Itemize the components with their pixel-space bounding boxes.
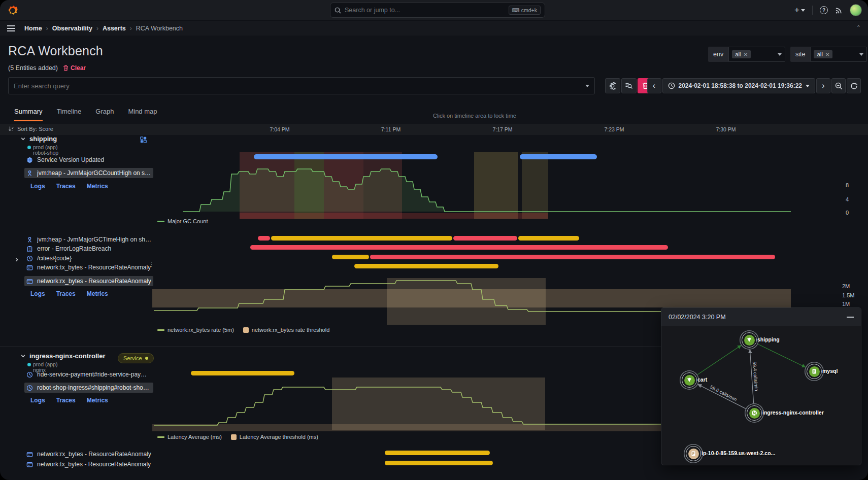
service-type-badge: Service: [118, 353, 154, 363]
assertion-bar-red[interactable]: [258, 236, 270, 241]
sidebar-item-label: network:rx_bytes - ResourceRateAnomaly: [37, 278, 151, 285]
legend-swatch: [157, 221, 164, 222]
latency-icon: [26, 255, 33, 262]
env-status-dot: [27, 146, 31, 149]
assertion-bar-yellow[interactable]: [271, 236, 452, 241]
metrics-link[interactable]: Metrics: [87, 397, 108, 404]
graph-node-ingress[interactable]: [747, 405, 762, 421]
edge-label: 59.4 calls/min: [752, 361, 759, 391]
legend-item[interactable]: Major GC Count: [157, 218, 208, 224]
sidebar-item[interactable]: jvm:heap - JvmMajorGCTimeHigh on shippin…: [24, 234, 153, 245]
entity-links-row: LogsTracesMetrics: [30, 290, 108, 297]
latency-icon: [26, 385, 33, 391]
sidebar-item-label: error - ErrorLogRateBreach: [37, 245, 111, 252]
expand-chevron-icon[interactable]: [14, 255, 19, 264]
latency-icon: [26, 371, 33, 378]
heap-icon: [26, 170, 33, 177]
graph-node-host[interactable]: [686, 446, 701, 461]
assertion-bar-yellow[interactable]: [518, 236, 579, 241]
sidebar-item[interactable]: error - ErrorLogRateBreach: [24, 244, 153, 254]
traces-link[interactable]: Traces: [56, 397, 76, 404]
sidebar-item-label: /cities/{code}: [37, 255, 72, 262]
graph-node-label: ip-10-0-85-159.us-west-2.co...: [702, 450, 775, 456]
sidebar-item[interactable]: network:rx_bytes - ResourceRateAnomaly: [24, 276, 153, 286]
change-event-bar[interactable]: [254, 154, 438, 159]
resource-icon: [26, 451, 33, 458]
sidebar-item-label: network:tx_bytes - ResourceRateAnomaly: [37, 461, 151, 468]
legend-item[interactable]: network:rx_bytes rate (5m): [157, 327, 234, 333]
legend-item[interactable]: Latency Average (ms): [157, 434, 222, 440]
sidebar-item-label: network:tx_bytes - ResourceRateAnomaly: [37, 264, 151, 271]
legend-item[interactable]: Latency Average threshold (ms): [231, 434, 318, 440]
legend-swatch: [243, 327, 249, 333]
legend-swatch: [157, 436, 164, 438]
resource-icon: [26, 278, 33, 285]
chart-legend: network:rx_bytes rate (5m)network:rx_byt…: [157, 327, 329, 333]
sidebar-item[interactable]: network:tx_bytes - ResourceRateAnomaly: [24, 459, 153, 469]
graph-node-shipping[interactable]: [742, 332, 757, 348]
globe-icon: [26, 157, 33, 163]
sidebar-item-label: ride-service-payment#ride-service-paymen…: [37, 371, 151, 378]
legend-swatch: [157, 329, 164, 331]
sidebar-item-label: Service Version Updated: [37, 156, 104, 163]
sidebar-item[interactable]: ride-service-payment#ride-service-paymen…: [24, 369, 153, 380]
graph-node-label: cart: [697, 376, 707, 383]
sidebar-item[interactable]: network:tx_bytes - ResourceRateAnomaly: [24, 262, 153, 272]
entity-name: ingress-nginx-controller: [29, 352, 106, 360]
legend-item[interactable]: network:rx_bytes rate threshold: [243, 327, 329, 333]
sidebar-item[interactable]: robot-shop-ingress#shipping#robot-shop -…: [24, 383, 153, 393]
traces-link[interactable]: Traces: [56, 183, 76, 190]
sidebar-item[interactable]: Service Version Updated: [24, 155, 153, 165]
graph-edge: [697, 346, 741, 375]
graph-node-cart[interactable]: [682, 372, 697, 388]
graph-edge: [758, 344, 806, 367]
entity-header-shipping[interactable]: shipping: [20, 135, 57, 143]
logs-link[interactable]: Logs: [30, 183, 45, 190]
metrics-link[interactable]: Metrics: [87, 183, 108, 190]
minimize-icon[interactable]: [847, 317, 854, 318]
sidebar-item-label: robot-shop-ingress#shipping#robot-shop -…: [37, 384, 151, 391]
entity-graph-panel[interactable]: 02/02/2024 3:20 PM 59.4 calls/min59.6 ca…: [661, 307, 861, 465]
assertion-bar-yellow[interactable]: [191, 371, 294, 375]
app-window: ⌨ cmd+k + ? Home › Observability › Asser…: [0, 0, 868, 480]
chart-legend: Latency Average (ms)Latency Average thre…: [157, 434, 318, 440]
entity-links-row: LogsTracesMetrics: [30, 397, 108, 404]
graph-panel-body[interactable]: 59.4 calls/min59.6 calls/minshippingmysq…: [661, 326, 861, 465]
sidebar-item[interactable]: network:rx_bytes - ResourceRateAnomaly: [24, 449, 153, 459]
metrics-link[interactable]: Metrics: [87, 290, 108, 297]
graph-node-mysql[interactable]: [807, 364, 822, 379]
sidebar-item-label: jvm:heap - JvmMajorGCTimeHigh on shippin…: [37, 236, 151, 243]
service-icon: [684, 375, 695, 386]
assertion-bar-yellow[interactable]: [332, 255, 369, 259]
logs-link[interactable]: Logs: [30, 397, 45, 404]
assertion-bar-yellow[interactable]: [385, 451, 490, 455]
chart-legend: Major GC Count: [157, 218, 208, 224]
sidebar-item[interactable]: /cities/{code}: [24, 253, 153, 263]
logs-link[interactable]: Logs: [30, 290, 45, 297]
graph-node-label: shipping: [757, 336, 780, 342]
log-icon: [26, 246, 33, 252]
legend-swatch: [231, 434, 237, 440]
resource-icon: [26, 264, 33, 271]
assertion-bar-red[interactable]: [250, 245, 668, 250]
assertion-bar-yellow[interactable]: [354, 264, 498, 268]
resource-icon: [26, 461, 33, 468]
graph-node-label: mysql: [822, 368, 838, 374]
assertion-bar-red[interactable]: [370, 255, 775, 259]
heap-icon: [26, 236, 33, 243]
graph-edge: [698, 385, 746, 409]
status-dot: [145, 357, 148, 360]
edge-label: 59.6 calls/min: [709, 384, 738, 402]
assertion-bar-yellow[interactable]: [385, 461, 493, 465]
workbench-grid-icon[interactable]: [140, 136, 148, 144]
sidebar-item-label: network:rx_bytes - ResourceRateAnomaly: [37, 451, 151, 458]
traces-link[interactable]: Traces: [56, 290, 76, 297]
nginx-icon: [749, 408, 760, 419]
entity-name: shipping: [29, 135, 57, 143]
graph-panel-header[interactable]: 02/02/2024 3:20 PM: [661, 308, 861, 326]
entity-links-row: LogsTracesMetrics: [30, 183, 108, 190]
sidebar-item[interactable]: jvm:heap - JvmMajorGCCountHigh on shippi…: [24, 168, 153, 178]
entity-header-ingress-nginx-controller[interactable]: ingress-nginx-controller: [20, 352, 106, 360]
change-event-bar[interactable]: [520, 154, 597, 159]
assertion-bar-red[interactable]: [453, 236, 517, 241]
